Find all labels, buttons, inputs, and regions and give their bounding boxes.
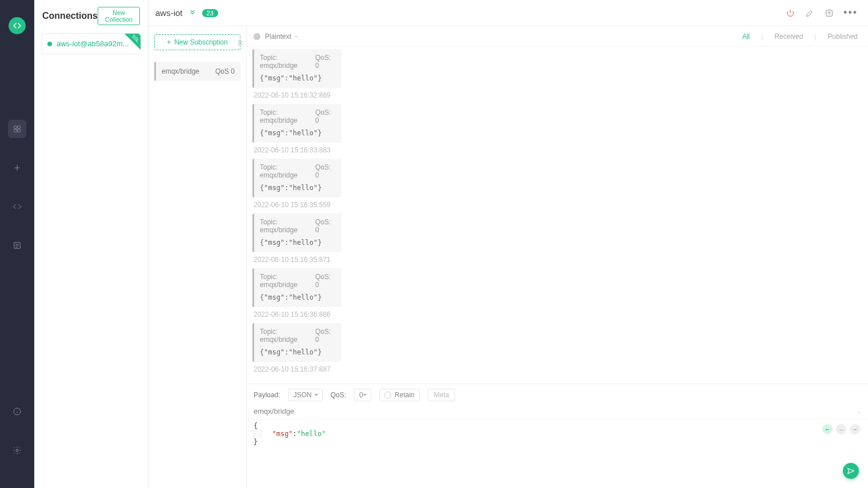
subscription-qos: QoS 0 bbox=[215, 67, 235, 75]
message-qos: QoS: 0 bbox=[315, 108, 336, 124]
new-subscription-label: New Subscription bbox=[174, 38, 227, 46]
message-timestamp: 2022-06-10 15:16:32:869 bbox=[254, 91, 862, 99]
svg-rect-3 bbox=[18, 130, 21, 132]
svg-point-6 bbox=[16, 449, 18, 451]
message-topic: Topic: emqx/bridge bbox=[260, 54, 315, 70]
message-item: Topic: emqx/bridgeQoS: 0{"msg":"hello"}2… bbox=[252, 213, 862, 264]
message-item: Topic: emqx/bridgeQoS: 0{"msg":"hello"}2… bbox=[252, 268, 862, 318]
message-topic: Topic: emqx/bridge bbox=[260, 108, 315, 124]
publish-panel: Payload: JSON QoS: 0 Retain Meta emqx/br… bbox=[247, 384, 868, 488]
message-topic: Topic: emqx/bridge bbox=[260, 273, 315, 289]
message-qos: QoS: 0 bbox=[315, 54, 336, 70]
subscriptions-panel: + New Subscription emqx/bridge QoS 0 bbox=[148, 26, 247, 488]
message-qos: QoS: 0 bbox=[315, 163, 336, 179]
message-timestamp: 2022-06-10 15:16:35:559 bbox=[254, 201, 862, 209]
code-nav-icon[interactable] bbox=[8, 197, 26, 216]
new-collection-button[interactable]: New Collection bbox=[98, 7, 140, 25]
message-count-badge: 23 bbox=[202, 9, 218, 17]
message-item: Topic: emqx/bridgeQoS: 0{"msg":"hello"}2… bbox=[252, 323, 862, 373]
message-body: {"msg":"hello"} bbox=[260, 239, 336, 247]
publish-topic-input[interactable]: emqx/bridge ⌄ bbox=[247, 406, 868, 420]
message-timestamp: 2022-06-10 15:16:35:871 bbox=[254, 256, 862, 264]
message-topic: Topic: emqx/bridge bbox=[260, 328, 315, 344]
more-menu-icon[interactable]: ••• bbox=[843, 7, 858, 19]
connection-item[interactable]: aws-iot@ab58a92m... SSL bbox=[41, 33, 141, 54]
filter-received[interactable]: Received bbox=[773, 33, 804, 41]
message-qos: QoS: 0 bbox=[315, 328, 336, 344]
message-body: {"msg":"hello"} bbox=[260, 348, 336, 356]
connection-name: aws-iot@ab58a92m... bbox=[57, 39, 129, 48]
svg-rect-2 bbox=[14, 130, 17, 132]
sidebar-title: Connections bbox=[42, 11, 98, 21]
message-timestamp: 2022-06-10 15:16:33:883 bbox=[254, 146, 862, 154]
subscription-item[interactable]: emqx/bridge QoS 0 bbox=[154, 62, 240, 81]
topbar: aws-iot 23 ••• bbox=[148, 0, 868, 26]
status-dot-icon bbox=[47, 42, 52, 46]
chevron-down-icon: ⌄ bbox=[857, 408, 861, 414]
message-body: {"msg":"hello"} bbox=[260, 293, 336, 301]
message-qos: QoS: 0 bbox=[315, 273, 336, 289]
message-timestamp: 2022-06-10 15:16:36:886 bbox=[254, 310, 862, 318]
message-body: {"msg":"hello"} bbox=[260, 74, 336, 82]
export-icon[interactable] bbox=[824, 8, 834, 18]
new-subscription-button[interactable]: + New Subscription bbox=[154, 34, 240, 50]
search-toggle-icon[interactable] bbox=[254, 33, 260, 40]
message-topic: Topic: emqx/bridge bbox=[260, 163, 315, 179]
disconnect-icon[interactable] bbox=[785, 8, 795, 18]
nav-rail bbox=[0, 0, 34, 488]
payload-label: Payload: bbox=[254, 391, 280, 399]
connection-title: aws-iot bbox=[155, 8, 183, 18]
filter-published[interactable]: Published bbox=[826, 33, 859, 41]
message-qos: QoS: 0 bbox=[315, 218, 336, 234]
codec-select[interactable]: Plaintext bbox=[265, 33, 299, 41]
log-nav-icon[interactable] bbox=[8, 236, 26, 255]
connections-sidebar: Connections New Collection aws-iot@ab58a… bbox=[34, 0, 148, 488]
expand-connection-icon[interactable] bbox=[188, 8, 196, 18]
filter-all[interactable]: All bbox=[741, 33, 751, 41]
plus-icon: + bbox=[167, 38, 171, 46]
subscription-topic: emqx/bridge bbox=[162, 67, 199, 75]
payload-type-select[interactable]: JSON bbox=[288, 389, 323, 401]
edit-icon[interactable] bbox=[805, 8, 815, 18]
message-body: {"msg":"hello"} bbox=[260, 129, 336, 137]
send-button[interactable] bbox=[843, 463, 859, 479]
history-next-icon[interactable]: → bbox=[850, 424, 860, 434]
qos-label: QoS: bbox=[331, 391, 346, 399]
meta-button[interactable]: Meta bbox=[428, 389, 456, 401]
qos-select[interactable]: 0 bbox=[354, 389, 371, 401]
settings-nav-icon[interactable] bbox=[8, 441, 26, 459]
message-list[interactable]: Topic: emqx/bridgeQoS: 0{"msg":"hello"}2… bbox=[247, 47, 868, 384]
history-prev-icon[interactable]: ← bbox=[822, 424, 833, 434]
svg-rect-0 bbox=[14, 126, 17, 129]
connections-nav-icon[interactable] bbox=[8, 120, 26, 138]
message-item: Topic: emqx/bridgeQoS: 0{"msg":"hello"}2… bbox=[252, 49, 862, 99]
history-mid-icon[interactable]: – bbox=[836, 424, 846, 434]
message-item: Topic: emqx/bridgeQoS: 0{"msg":"hello"}2… bbox=[252, 104, 862, 154]
info-nav-icon[interactable] bbox=[8, 402, 26, 421]
message-topic: Topic: emqx/bridge bbox=[260, 218, 315, 234]
svg-rect-1 bbox=[18, 126, 21, 129]
retain-toggle[interactable]: Retain bbox=[379, 389, 420, 401]
payload-editor[interactable]: { . "msg":"hello" } ← – → bbox=[247, 420, 868, 488]
radio-icon bbox=[384, 392, 391, 398]
collapse-panel-icon[interactable] bbox=[236, 39, 244, 49]
message-toolbar: Plaintext All | Received | Published bbox=[247, 26, 868, 47]
app-logo bbox=[9, 17, 26, 34]
message-item: Topic: emqx/bridgeQoS: 0{"msg":"hello"}2… bbox=[252, 159, 862, 209]
message-body: {"msg":"hello"} bbox=[260, 184, 336, 192]
message-timestamp: 2022-06-10 15:16:37:887 bbox=[254, 365, 862, 373]
add-nav-icon[interactable] bbox=[8, 159, 26, 177]
